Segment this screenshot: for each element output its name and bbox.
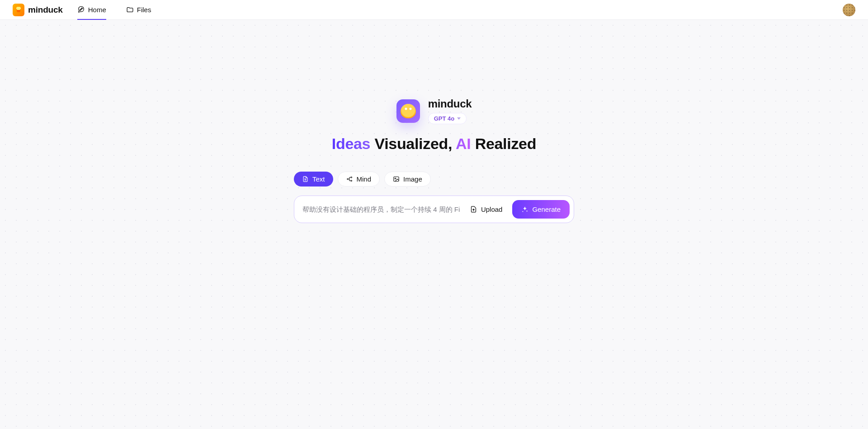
svg-rect-3 — [394, 177, 399, 182]
hero-brand: minduck GPT 4o — [396, 98, 472, 124]
generate-label: Generate — [532, 205, 561, 213]
nav: Home Files — [77, 0, 151, 20]
app-header: minduck Home Files — [0, 0, 868, 20]
home-icon — [77, 6, 85, 14]
upload-icon — [470, 205, 477, 213]
upload-label: Upload — [481, 205, 503, 213]
nav-home-label: Home — [88, 6, 106, 14]
mode-row: Text Mind Image — [294, 172, 431, 187]
model-selector[interactable]: GPT 4o — [428, 113, 467, 124]
mode-image[interactable]: Image — [384, 172, 431, 187]
chevron-down-icon — [457, 117, 461, 120]
brand-name: minduck — [28, 5, 63, 15]
svg-point-2 — [351, 180, 352, 182]
image-icon — [393, 176, 400, 182]
text-icon — [302, 176, 309, 182]
mode-mind[interactable]: Mind — [338, 172, 380, 187]
tagline: Ideas Visualized, AI Realized — [332, 135, 536, 153]
folder-icon — [126, 6, 134, 14]
prompt-input[interactable] — [302, 205, 460, 213]
mode-text-label: Text — [312, 175, 325, 183]
svg-point-1 — [351, 177, 352, 178]
hero: minduck GPT 4o Ideas Visualized, AI Real… — [0, 20, 868, 223]
mind-icon — [346, 176, 353, 182]
hero-duck-icon — [396, 99, 420, 123]
mode-image-label: Image — [403, 175, 422, 183]
nav-home[interactable]: Home — [77, 0, 106, 20]
sparkle-icon — [521, 206, 528, 213]
model-label: GPT 4o — [434, 115, 455, 122]
svg-point-4 — [395, 178, 396, 179]
brand-logo[interactable]: minduck — [13, 4, 63, 16]
mode-text[interactable]: Text — [294, 172, 333, 187]
generate-button[interactable]: Generate — [512, 200, 570, 219]
tagline-visualized: Visualized, — [370, 135, 456, 152]
header-right — [843, 4, 855, 16]
hero-brand-right: minduck GPT 4o — [428, 98, 472, 124]
upload-button[interactable]: Upload — [467, 203, 505, 216]
duck-logo-icon — [13, 4, 24, 16]
prompt-box: Upload Generate — [294, 196, 574, 223]
hero-brand-name: minduck — [428, 98, 472, 110]
tagline-realized: Realized — [471, 135, 537, 152]
nav-files[interactable]: Files — [126, 0, 151, 20]
user-avatar[interactable] — [843, 4, 855, 16]
tagline-ai: AI — [456, 135, 471, 152]
nav-files-label: Files — [137, 6, 151, 14]
mode-mind-label: Mind — [357, 175, 372, 183]
svg-point-0 — [347, 178, 348, 180]
tagline-ideas: Ideas — [332, 135, 370, 152]
